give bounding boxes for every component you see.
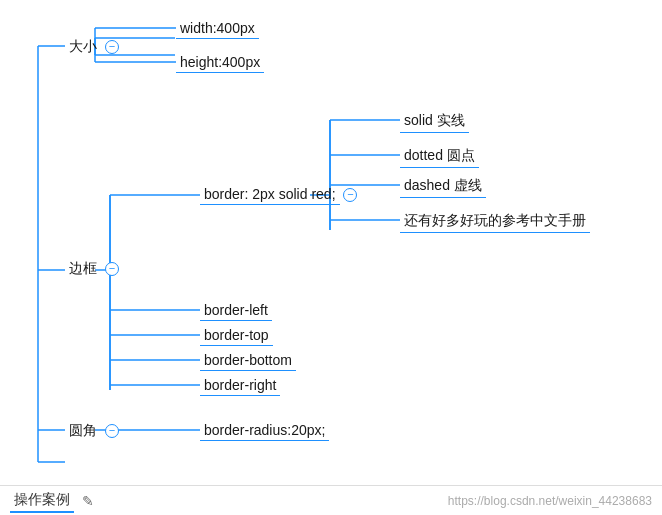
mindmap-container: 大小 − width:400px height:400px 边框 − borde… [0,0,662,515]
dotted-label: dotted 圆点 [400,145,479,168]
size-node: 大小 − [65,36,119,58]
radius-collapse-btn[interactable]: − [105,424,119,438]
border-right-label: border-right [200,375,280,396]
size-collapse-btn[interactable]: − [105,40,119,54]
border-bottom-label: border-bottom [200,350,296,371]
border-top-label: border-top [200,325,273,346]
width-node: width:400px [176,18,259,39]
border-collapse-btn[interactable]: − [105,262,119,276]
radius-value-node: border-radius:20px; [200,420,329,441]
solid-node: solid 实线 [400,110,469,133]
dashed-node: dashed 虚线 [400,175,486,198]
dotted-node: dotted 圆点 [400,145,479,168]
dashed-label: dashed 虚线 [400,175,486,198]
height-label: height:400px [176,52,264,73]
border-right-node: border-right [200,375,280,396]
border-top-node: border-top [200,325,273,346]
edit-icon[interactable]: ✎ [82,493,94,509]
solid-label: solid 实线 [400,110,469,133]
more-node: 还有好多好玩的参考中文手册 [400,210,590,233]
radius-label: 圆角 [65,420,101,442]
border-main-label: border: 2px solid red; [200,184,340,205]
border-main-collapse-btn[interactable]: − [343,188,357,202]
width-label: width:400px [176,18,259,39]
height-node: height:400px [176,52,264,73]
border-label: 边框 [65,258,101,280]
size-label: 大小 [65,36,101,58]
radius-node: 圆角 − [65,420,119,442]
footer-url: https://blog.csdn.net/weixin_44238683 [448,494,652,508]
radius-value-label: border-radius:20px; [200,420,329,441]
border-main-node: border: 2px solid red; − [200,184,357,205]
border-node: 边框 − [65,258,119,280]
footer-bar: 操作案例 ✎ https://blog.csdn.net/weixin_4423… [0,485,662,515]
footer-left: 操作案例 ✎ [10,489,94,513]
more-label: 还有好多好玩的参考中文手册 [400,210,590,233]
border-left-label: border-left [200,300,272,321]
border-bottom-node: border-bottom [200,350,296,371]
operation-tab[interactable]: 操作案例 [10,489,74,513]
border-left-node: border-left [200,300,272,321]
